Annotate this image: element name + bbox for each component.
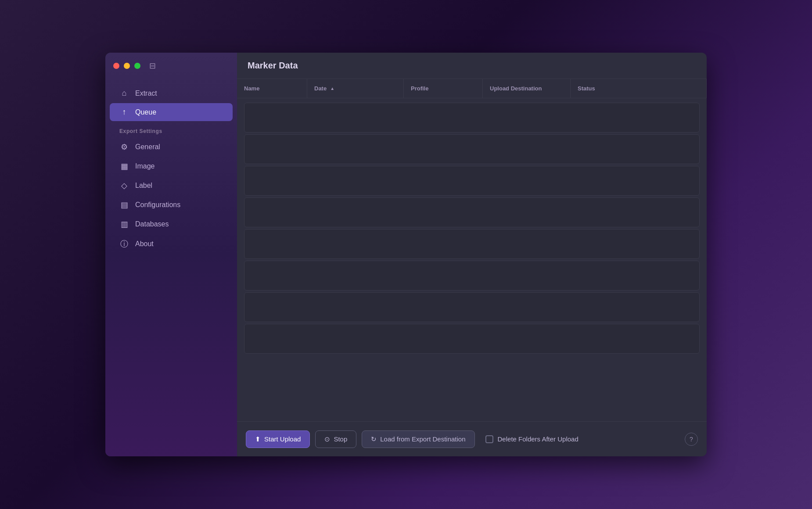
sidebar-item-about[interactable]: ⓘ About: [110, 234, 233, 254]
maximize-button[interactable]: [134, 63, 140, 69]
col-status: Status: [571, 79, 707, 98]
col-name: Name: [237, 79, 307, 98]
close-button[interactable]: [113, 63, 119, 69]
home-icon: ⌂: [119, 89, 129, 98]
sidebar-item-image[interactable]: ▦ Image: [110, 157, 233, 176]
table-row: [244, 292, 700, 322]
table-row: [244, 229, 700, 259]
sidebar-item-queue[interactable]: ↑ Queue: [110, 103, 233, 121]
upload-icon: ⬆: [255, 435, 261, 443]
table-header: Name Date ▲ Profile Upload Destination S…: [237, 79, 707, 98]
image-icon: ▦: [119, 161, 129, 171]
sort-icon: ▲: [330, 86, 334, 91]
bottom-toolbar: ⬆ Start Upload ⊙ Stop ↻ Load from Export…: [237, 421, 707, 456]
titlebar: ⊟: [105, 53, 237, 79]
minimize-button[interactable]: [124, 63, 130, 69]
gear-icon: ⚙: [119, 142, 129, 152]
main-header: Marker Data: [237, 53, 707, 79]
sidebar-item-databases[interactable]: ▥ Databases: [110, 215, 233, 233]
col-upload-destination: Upload Destination: [483, 79, 571, 98]
export-settings-section-label: Export Settings: [110, 122, 233, 137]
sidebar-item-queue-label: Queue: [135, 108, 156, 116]
delete-folders-checkbox-label[interactable]: Delete Folders After Upload: [485, 435, 578, 443]
col-date[interactable]: Date ▲: [307, 79, 404, 98]
sidebar-item-general-label: General: [135, 143, 160, 151]
databases-icon: ▥: [119, 219, 129, 229]
table-row: [244, 103, 700, 133]
col-profile: Profile: [404, 79, 483, 98]
sidebar-item-configurations[interactable]: ▤ Configurations: [110, 196, 233, 214]
stop-icon: ⊙: [324, 435, 330, 443]
table-body: [237, 98, 707, 421]
label-icon: ◇: [119, 181, 129, 190]
stop-button[interactable]: ⊙ Stop: [315, 430, 356, 448]
table-container: Name Date ▲ Profile Upload Destination S…: [237, 79, 707, 421]
delete-folders-checkbox[interactable]: [485, 435, 493, 443]
sidebar-item-databases-label: Databases: [135, 220, 169, 228]
sidebar-item-label[interactable]: ◇ Label: [110, 176, 233, 195]
start-upload-button[interactable]: ⬆ Start Upload: [246, 430, 310, 448]
nav-main: ⌂ Extract ↑ Queue Export Settings ⚙ Gene…: [105, 79, 237, 456]
table-row: [244, 324, 700, 354]
refresh-icon: ↻: [371, 435, 377, 443]
sidebar-item-label-label: Label: [135, 182, 152, 190]
table-row: [244, 134, 700, 164]
help-button[interactable]: ?: [685, 433, 698, 446]
app-window: ⊟ ⌂ Extract ↑ Queue Export Settings ⚙ Ge…: [105, 53, 707, 456]
sidebar-toggle-button[interactable]: ⊟: [149, 61, 156, 71]
table-row: [244, 261, 700, 290]
configurations-icon: ▤: [119, 200, 129, 210]
main-content: Marker Data Name Date ▲ Profile Upload D…: [237, 53, 707, 456]
table-row: [244, 197, 700, 227]
sidebar-item-extract-label: Extract: [135, 90, 157, 97]
load-from-export-button[interactable]: ↻ Load from Export Destination: [362, 430, 474, 448]
queue-icon: ↑: [119, 108, 129, 117]
table-row: [244, 166, 700, 196]
sidebar: ⊟ ⌂ Extract ↑ Queue Export Settings ⚙ Ge…: [105, 53, 237, 456]
sidebar-item-extract[interactable]: ⌂ Extract: [110, 84, 233, 102]
sidebar-item-about-label: About: [135, 240, 154, 248]
info-icon: ⓘ: [119, 239, 129, 249]
help-icon: ?: [690, 436, 693, 443]
sidebar-item-image-label: Image: [135, 162, 154, 170]
sidebar-item-general[interactable]: ⚙ General: [110, 138, 233, 156]
page-title: Marker Data: [248, 61, 298, 71]
sidebar-item-configurations-label: Configurations: [135, 201, 180, 209]
